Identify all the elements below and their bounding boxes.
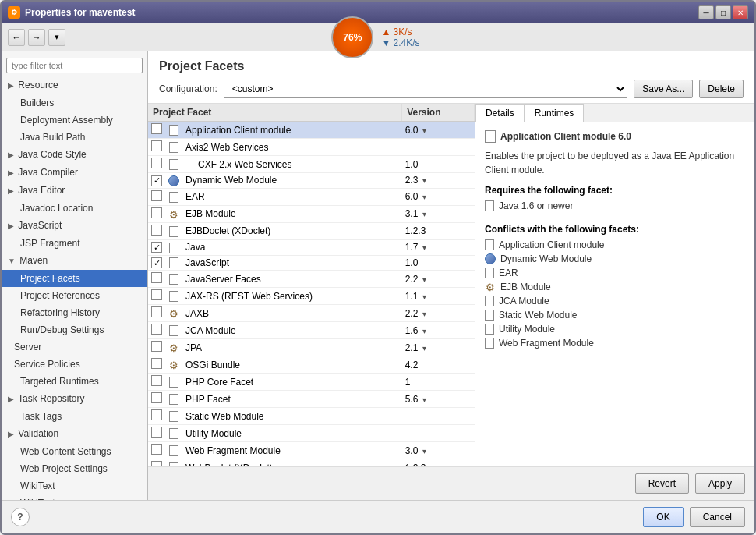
- sidebar-item-javadoc-location[interactable]: Javadoc Location: [2, 200, 147, 217]
- sidebar-item-web-project-settings[interactable]: WikiText: [2, 477, 147, 494]
- facet-checkbox[interactable]: [148, 222, 165, 239]
- table-row[interactable]: Web Fragment Module 3.0 ▾: [148, 442, 475, 459]
- ok-button[interactable]: OK: [643, 507, 683, 527]
- apply-button[interactable]: Apply: [695, 473, 745, 494]
- back-button[interactable]: ←: [8, 29, 25, 46]
- sidebar-item-validation[interactable]: ▶ Validation: [2, 425, 147, 443]
- facet-checkbox[interactable]: [148, 356, 165, 374]
- table-row[interactable]: JavaServer Faces 2.2 ▾: [148, 271, 475, 288]
- sidebar-item-task-tags[interactable]: Task Tags: [2, 408, 147, 425]
- table-row[interactable]: EAR 6.0 ▾: [148, 188, 475, 205]
- facet-checkbox[interactable]: ✓: [148, 255, 165, 271]
- search-input[interactable]: [6, 58, 143, 73]
- sidebar-item-project-references[interactable]: Project References: [2, 287, 147, 304]
- facet-checkbox[interactable]: [148, 156, 165, 173]
- sidebar-item-server[interactable]: Server: [2, 338, 147, 356]
- table-row[interactable]: ⚙ JAXB 2.2 ▾: [148, 305, 475, 322]
- cancel-button[interactable]: Cancel: [690, 507, 745, 527]
- table-row[interactable]: ⚙ OSGi Bundle 4.2: [148, 356, 475, 374]
- table-row[interactable]: ✓ Dynamic Web Module 2.3 ▾: [148, 173, 475, 189]
- version-dropdown-arrow[interactable]: ▾: [422, 292, 426, 301]
- facet-checkbox[interactable]: [148, 391, 165, 408]
- tab-runtimes[interactable]: Runtimes: [525, 104, 585, 122]
- menu-button[interactable]: ▾: [48, 29, 65, 46]
- sidebar-item-service-policies[interactable]: Service Policies: [2, 356, 147, 373]
- tab-details[interactable]: Details: [475, 104, 525, 122]
- titlebar-buttons: ─ □ ✕: [698, 5, 748, 19]
- facet-checkbox[interactable]: [148, 122, 165, 139]
- sidebar-item-task-repository[interactable]: ▶ Task Repository: [2, 390, 147, 408]
- version-dropdown-arrow[interactable]: ▾: [422, 126, 426, 135]
- facet-checkbox[interactable]: [148, 322, 165, 339]
- version-dropdown-arrow[interactable]: ▾: [422, 447, 426, 455]
- facet-checkbox[interactable]: [148, 271, 165, 288]
- sidebar-item-run-debug-settings[interactable]: Run/Debug Settings: [2, 321, 147, 338]
- table-row[interactable]: JCA Module 1.6 ▾: [148, 322, 475, 339]
- delete-button[interactable]: Delete: [699, 80, 744, 98]
- facet-checkbox[interactable]: ✓: [148, 173, 165, 189]
- close-button[interactable]: ✕: [733, 5, 748, 19]
- sidebar-item-builders[interactable]: Builders: [2, 94, 147, 112]
- table-row[interactable]: ⚙ EJB Module 3.1 ▾: [148, 205, 475, 222]
- forward-button[interactable]: →: [28, 29, 45, 46]
- facet-checkbox[interactable]: ✓: [148, 239, 165, 255]
- sidebar-item-java-compiler[interactable]: ▶ Java Compiler: [2, 164, 147, 182]
- conflicts-item: Static Web Module: [485, 308, 745, 322]
- sidebar-item-targeted-runtimes[interactable]: Targeted Runtimes: [2, 373, 147, 390]
- sidebar-item-web-content-settings[interactable]: Web Content Settings: [2, 443, 147, 460]
- table-row[interactable]: PHP Facet 5.6 ▾: [148, 391, 475, 408]
- table-row[interactable]: ⚙ JPA 2.1 ▾: [148, 339, 475, 356]
- table-row[interactable]: Utility Module: [148, 425, 475, 442]
- table-row[interactable]: Axis2 Web Services: [148, 139, 475, 156]
- table-row[interactable]: JAX-RS (REST Web Services) 1.1 ▾: [148, 288, 475, 305]
- version-dropdown-arrow[interactable]: ▾: [422, 176, 426, 185]
- sidebar-item-java-build-path[interactable]: Java Build Path: [2, 129, 147, 146]
- version-dropdown-arrow[interactable]: ▾: [422, 275, 426, 284]
- sidebar-item-javascript[interactable]: ▶ JavaScript: [2, 217, 147, 235]
- version-dropdown-arrow[interactable]: ▾: [422, 310, 426, 318]
- table-row[interactable]: PHP Core Facet 1: [148, 374, 475, 391]
- version-dropdown-arrow[interactable]: ▾: [422, 193, 426, 201]
- table-row[interactable]: WebDoclet (XDoclet) 1.2.3 ▾: [148, 459, 475, 466]
- sidebar-item-deployment-assembly[interactable]: Deployment Assembly: [2, 112, 147, 129]
- help-button[interactable]: ?: [11, 508, 30, 526]
- facet-checkbox[interactable]: [148, 139, 165, 156]
- maximize-button[interactable]: □: [715, 5, 731, 19]
- table-row[interactable]: Application Client module 6.0 ▾: [148, 122, 475, 139]
- sidebar-item-maven[interactable]: ▼ Maven: [2, 252, 147, 270]
- sidebar-item-project-facets[interactable]: Project Facets: [2, 270, 147, 287]
- sidebar-item-java-editor[interactable]: ▶ Java Editor: [2, 182, 147, 200]
- version-dropdown-arrow[interactable]: ▾: [422, 210, 426, 218]
- table-row[interactable]: CXF 2.x Web Services 1.0: [148, 156, 475, 173]
- table-row[interactable]: Static Web Module: [148, 408, 475, 425]
- facet-checkbox[interactable]: [148, 425, 165, 442]
- table-row[interactable]: ✓ Java 1.7 ▾: [148, 239, 475, 255]
- sidebar-item-jsp-fragment[interactable]: JSP Fragment: [2, 235, 147, 252]
- facet-checkbox[interactable]: [148, 305, 165, 322]
- facet-checkbox[interactable]: [148, 442, 165, 459]
- doc-icon: [169, 325, 178, 336]
- save-as-button[interactable]: Save As...: [634, 80, 693, 98]
- minimize-button[interactable]: ─: [698, 5, 714, 19]
- facet-checkbox[interactable]: [148, 374, 165, 391]
- config-select[interactable]: <custom>: [224, 80, 628, 98]
- revert-button[interactable]: Revert: [635, 473, 689, 494]
- facet-checkbox[interactable]: [148, 459, 165, 466]
- facet-checkbox[interactable]: [148, 339, 165, 356]
- version-dropdown-arrow[interactable]: ▾: [422, 395, 426, 404]
- sidebar-item-resource[interactable]: ▶ Resource: [2, 76, 147, 94]
- table-row[interactable]: EJBDoclet (XDoclet) 1.2.3: [148, 222, 475, 239]
- sidebar-item-java-code-style[interactable]: ▶ Java Code Style: [2, 146, 147, 164]
- version-dropdown-arrow[interactable]: ▾: [422, 327, 426, 335]
- sidebar-item-wikitext[interactable]: WikiText: [2, 494, 147, 500]
- facet-checkbox[interactable]: [148, 408, 165, 425]
- doc-icon: [169, 257, 178, 268]
- facet-checkbox[interactable]: [148, 188, 165, 205]
- table-row[interactable]: ✓ JavaScript 1.0: [148, 255, 475, 271]
- facet-checkbox[interactable]: [148, 205, 165, 222]
- sidebar-item-refactoring-history[interactable]: Refactoring History: [2, 304, 147, 321]
- facet-checkbox[interactable]: [148, 288, 165, 305]
- sidebar-item-web-page-editor[interactable]: Web Project Settings: [2, 460, 147, 477]
- version-dropdown-arrow[interactable]: ▾: [422, 344, 426, 353]
- version-dropdown-arrow[interactable]: ▾: [422, 243, 426, 252]
